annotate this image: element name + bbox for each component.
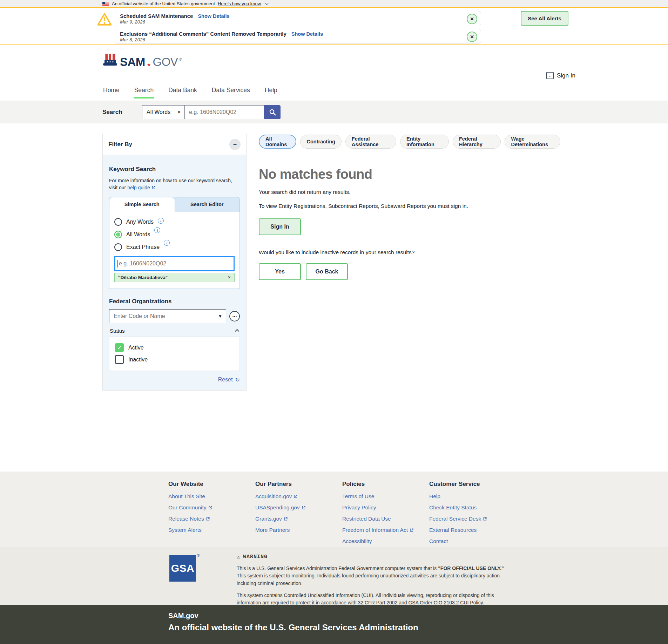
pill-wage-determinations[interactable]: Wage Determinations: [505, 135, 560, 149]
footer-link-check-entity-status[interactable]: Check Entity Status: [429, 504, 516, 511]
more-options-button[interactable]: …: [229, 311, 240, 321]
exact-phrase-label: Exact Phrase: [126, 244, 160, 250]
status-card: ✓ Active Inactive: [109, 337, 240, 371]
footer-link-more-partners[interactable]: More Partners: [255, 527, 342, 533]
gov-banner-text: An official website of the United States…: [112, 1, 215, 6]
pill-contracting[interactable]: Contracting: [300, 135, 341, 149]
magnifier-icon: [269, 108, 276, 116]
results-sign-in-button[interactable]: Sign In: [259, 218, 301, 235]
footer-link-usaspending-gov[interactable]: USASpending.gov: [255, 504, 342, 511]
remove-tag-icon[interactable]: ×: [228, 274, 231, 280]
status-row-active: ✓ Active: [115, 342, 234, 354]
keyword-search-heading: Keyword Search: [109, 166, 240, 173]
pill-entity-information[interactable]: Entity Information: [400, 135, 449, 149]
footer-link-label: Restricted Data Use: [342, 516, 391, 522]
how-you-know-link[interactable]: Here’s how you know: [218, 1, 261, 6]
logo-sam-text: SAM: [120, 56, 145, 68]
gsa-registered-mark: ®: [197, 554, 200, 557]
pill-federal-assistance[interactable]: Federal Assistance: [345, 135, 396, 149]
footer-link-label: Our Community: [168, 504, 207, 511]
nav-item-data-services[interactable]: Data Services: [211, 86, 251, 97]
pill-federal-hierarchy[interactable]: Federal Hierarchy: [453, 135, 501, 149]
footer-link-our-community[interactable]: Our Community: [168, 504, 255, 511]
site-header: SAM ★ GOV ® ← Sign In: [0, 45, 668, 86]
all-words-radio[interactable]: [114, 231, 122, 238]
info-icon[interactable]: i: [154, 227, 160, 233]
close-icon[interactable]: ✕: [467, 14, 477, 24]
pill-all-domains[interactable]: All Domains: [259, 135, 296, 149]
chevron-down-icon[interactable]: [265, 1, 269, 5]
radio-row-all-words: All Words i: [114, 230, 235, 239]
go-back-button[interactable]: Go Back: [306, 263, 348, 280]
nav-item-help[interactable]: Help: [264, 86, 278, 97]
show-details-link[interactable]: Show Details: [291, 31, 323, 37]
footer-link-terms-of-use[interactable]: Terms of Use: [342, 493, 429, 500]
exact-phrase-radio[interactable]: [114, 243, 122, 251]
logo-star-icon: ★: [147, 62, 151, 67]
info-icon[interactable]: i: [158, 218, 164, 224]
active-checkbox[interactable]: ✓: [115, 343, 124, 352]
warning-p1-start: This is a U.S. General Services Administ…: [237, 565, 438, 571]
footer-link-label: USASpending.gov: [255, 504, 300, 511]
footer-link-system-alerts[interactable]: System Alerts: [168, 527, 255, 533]
help-guide-link[interactable]: help guide: [127, 185, 150, 190]
keyword-input[interactable]: [114, 256, 235, 271]
search-mode-select[interactable]: All Words ▼: [142, 105, 185, 119]
warning-p1-end: This system is subject to monitoring. In…: [237, 573, 500, 586]
nav-item-data-bank[interactable]: Data Bank: [168, 86, 198, 97]
yes-button[interactable]: Yes: [259, 263, 301, 280]
footer-link-contact[interactable]: Contact: [429, 538, 516, 544]
tab-search-editor[interactable]: Search Editor: [174, 197, 240, 212]
footer-link-help[interactable]: Help: [429, 493, 516, 500]
nav-item-home[interactable]: Home: [102, 86, 120, 97]
footer-link-accessibility[interactable]: Accessibility: [342, 538, 429, 544]
alert-card-maintenance: Scheduled SAM Maintenance Show Details M…: [115, 11, 481, 26]
see-all-alerts-button[interactable]: See All Alerts: [521, 11, 568, 26]
logo-registered-mark: ®: [179, 57, 182, 61]
sign-in-required-message: To view Entity Registrations, Subcontrac…: [259, 202, 483, 210]
footer-link-grants-gov[interactable]: Grants.gov: [255, 516, 342, 522]
chevron-up-icon[interactable]: [235, 329, 239, 333]
active-label: Active: [128, 345, 144, 351]
footer-links: Our Website About This Site Our Communit…: [0, 472, 668, 547]
gsa-warning-section: GSA ® ⚠ WARNING This is a U.S. General S…: [0, 547, 668, 605]
search-input[interactable]: [185, 105, 264, 119]
footer-link-release-notes[interactable]: Release Notes: [168, 516, 255, 522]
federal-orgs-input[interactable]: [109, 309, 226, 323]
footer-link-label: System Alerts: [168, 527, 202, 533]
sign-in-link[interactable]: ← Sign In: [546, 72, 575, 79]
warning-title: WARNING: [243, 554, 268, 560]
footer-link-foia[interactable]: Freedom of Information Act: [342, 527, 429, 533]
filter-panel: Filter By − Keyword Search For more info…: [102, 134, 247, 391]
footer-col-policies: Policies Terms of Use Privacy Policy Res…: [342, 481, 429, 547]
footer-link-label: Grants.gov: [255, 516, 282, 522]
warning-paragraph-2: This system contains Controlled Unclassi…: [237, 592, 512, 607]
nav-item-search[interactable]: Search: [134, 86, 154, 99]
sam-gov-logo[interactable]: SAM ★ GOV ®: [102, 54, 182, 68]
footer-link-external-resources[interactable]: External Resources: [429, 527, 516, 533]
footer-link-privacy-policy[interactable]: Privacy Policy: [342, 504, 429, 511]
footer-link-restricted-data-use[interactable]: Restricted Data Use: [342, 516, 429, 522]
any-words-radio[interactable]: [114, 218, 122, 226]
inactive-label: Inactive: [128, 357, 148, 363]
warning-triangle-small-icon: ⚠: [237, 554, 240, 560]
show-details-link[interactable]: Show Details: [198, 13, 229, 19]
footer-link-label: Accessibility: [342, 538, 372, 544]
status-row-inactive: Inactive: [115, 354, 234, 366]
footer-col-heading: Customer Service: [429, 481, 516, 488]
footer-link-federal-service-desk[interactable]: Federal Service Desk: [429, 516, 516, 522]
close-icon[interactable]: ✕: [467, 32, 477, 42]
reset-filters-link[interactable]: Reset ↻: [109, 377, 240, 383]
footer-col-heading: Policies: [342, 481, 429, 488]
info-icon[interactable]: i: [164, 240, 170, 246]
alert-date: Mar 6, 2026: [120, 37, 461, 42]
search-submit-button[interactable]: [264, 105, 281, 119]
filter-panel-title: Filter By: [108, 141, 132, 148]
footer-link-about-this-site[interactable]: About This Site: [168, 493, 255, 500]
inactive-checkbox[interactable]: [115, 355, 124, 364]
warning-p1-bold: "FOR OFFICIAL USE ONLY.": [438, 565, 504, 571]
footer-link-acquisition-gov[interactable]: Acquisition.gov: [255, 493, 342, 500]
footer-link-label: Acquisition.gov: [255, 493, 292, 500]
collapse-filters-button[interactable]: −: [229, 139, 241, 150]
tab-simple-search[interactable]: Simple Search: [109, 197, 175, 212]
